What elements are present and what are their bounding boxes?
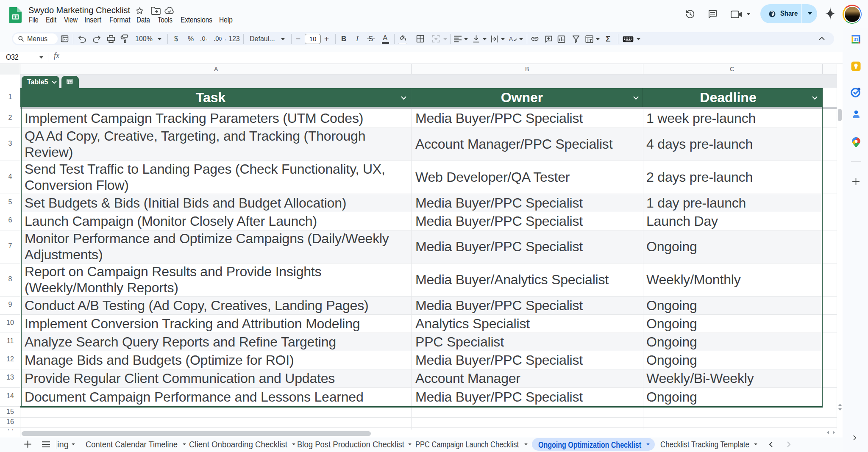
svg-text:31: 31 (854, 37, 859, 42)
svg-text:A: A (509, 36, 513, 42)
